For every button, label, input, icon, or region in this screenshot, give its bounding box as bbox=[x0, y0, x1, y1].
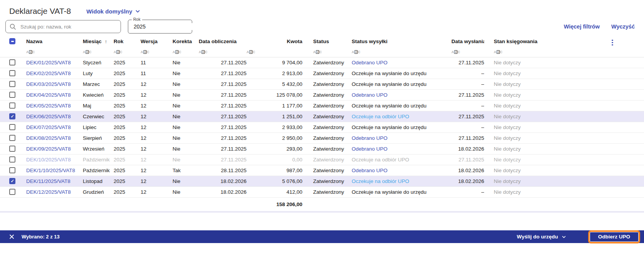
totals-row: 158 206,00 bbox=[0, 197, 644, 211]
clear-filters-link[interactable]: Wyczyść bbox=[611, 23, 635, 30]
declaration-link[interactable]: DEK/09/2025/VAT8 bbox=[26, 146, 71, 152]
column-header-correction[interactable]: Korekta bbox=[173, 36, 199, 46]
declaration-link[interactable]: DEK/06/2025/VAT8 bbox=[26, 114, 71, 119]
column-header-send_status[interactable]: Status wysyłki bbox=[352, 36, 451, 46]
chevron-down-icon bbox=[136, 10, 140, 13]
send-to-office-label: Wyślij do urzędu bbox=[517, 234, 558, 240]
declaration-link[interactable]: DEK/1/10/2025/VAT8 bbox=[26, 168, 75, 173]
row-checkbox[interactable] bbox=[9, 59, 15, 65]
year-filter-field[interactable]: Rok bbox=[128, 20, 192, 34]
search-icon bbox=[10, 23, 16, 30]
clear-selection-button[interactable] bbox=[9, 234, 14, 239]
row-checkbox[interactable] bbox=[9, 135, 15, 141]
text-filter-icon[interactable]: ABC bbox=[247, 50, 255, 54]
table-row[interactable]: DEK/04/2025/VAT8 Kwiecień 2025 12 Nie 27… bbox=[0, 89, 644, 100]
receive-upo-button[interactable]: Odbierz UPO bbox=[590, 232, 639, 242]
row-checkbox[interactable] bbox=[9, 70, 15, 76]
send-to-office-button[interactable]: Wyślij do urzędu bbox=[515, 233, 568, 240]
row-checkbox[interactable] bbox=[9, 178, 15, 184]
column-settings-kebab-icon[interactable] bbox=[609, 39, 615, 47]
cell-status: Zatwierdzony bbox=[313, 135, 344, 141]
row-checkbox[interactable] bbox=[9, 81, 15, 87]
column-header-year[interactable]: Rok bbox=[114, 36, 141, 46]
more-filters-link[interactable]: Więcej filtrów bbox=[564, 23, 600, 30]
column-header-version[interactable]: Wersja bbox=[141, 36, 173, 46]
text-filter-icon[interactable]: ABC bbox=[114, 50, 122, 54]
search-input[interactable] bbox=[20, 23, 117, 30]
cell-status: Zatwierdzony bbox=[313, 70, 344, 76]
text-filter-icon[interactable]: ABC bbox=[26, 50, 35, 54]
text-filter-icon[interactable]: ABC bbox=[313, 50, 322, 54]
table-row[interactable]: DEK/02/2025/VAT8 Luty 2025 11 Nie 27.11.… bbox=[0, 68, 644, 79]
cell-version: 12 bbox=[141, 92, 146, 98]
column-header-status[interactable]: Status bbox=[302, 36, 352, 46]
table-row[interactable]: DEK/12/2025/VAT8 Grudzień 2025 12 Nie 18… bbox=[0, 186, 644, 197]
cell-status: Zatwierdzony bbox=[313, 189, 344, 195]
declaration-link[interactable]: DEK/10/2025/VAT8 bbox=[26, 157, 71, 163]
row-checkbox[interactable] bbox=[9, 124, 15, 130]
table-row[interactable]: DEK/1/10/2025/VAT8 Październik 2025 12 T… bbox=[0, 165, 644, 176]
search-box[interactable] bbox=[5, 20, 121, 33]
cell-year: 2025 bbox=[114, 178, 125, 184]
row-checkbox[interactable] bbox=[9, 113, 15, 119]
table-row[interactable]: DEK/05/2025/VAT8 Maj 2025 12 Nie 27.11.2… bbox=[0, 100, 644, 111]
text-filter-icon[interactable]: ABC bbox=[199, 50, 208, 54]
select-all-checkbox[interactable] bbox=[9, 38, 15, 44]
row-checkbox[interactable] bbox=[9, 189, 15, 195]
declaration-link[interactable]: DEK/07/2025/VAT8 bbox=[26, 124, 71, 130]
table-row[interactable]: DEK/08/2025/VAT8 Sierpień 2025 12 Nie 27… bbox=[0, 133, 644, 143]
cell-sent-date: – bbox=[481, 124, 484, 130]
column-header-name[interactable]: Nazwa bbox=[26, 36, 83, 46]
row-checkbox[interactable] bbox=[9, 167, 15, 173]
row-checkbox[interactable] bbox=[9, 92, 15, 98]
column-label: Nazwa bbox=[26, 39, 42, 44]
text-filter-icon[interactable]: ABC bbox=[352, 50, 361, 54]
table-row[interactable]: DEK/01/2025/VAT8 Styczeń 2025 11 Nie 27.… bbox=[0, 57, 644, 68]
text-filter-icon[interactable]: ABC bbox=[141, 50, 149, 54]
cell-sent-date: – bbox=[481, 70, 484, 76]
column-label: Data obliczenia bbox=[199, 39, 236, 44]
cell-sent-date: 27.11.2025 bbox=[458, 92, 484, 98]
column-header-month[interactable]: Miesiąc↑ bbox=[83, 36, 114, 46]
column-header-sent_date[interactable]: Data wysłania bbox=[451, 36, 484, 46]
view-selector-button[interactable]: Widok domyślny bbox=[86, 8, 140, 15]
cell-booking-state: Nie dotyczy bbox=[494, 168, 521, 173]
declaration-link[interactable]: DEK/08/2025/VAT8 bbox=[26, 135, 71, 141]
cell-version: 12 bbox=[141, 114, 146, 119]
table-row[interactable]: DEK/03/2025/VAT8 Marzec 2025 12 Nie 27.1… bbox=[0, 79, 644, 89]
text-filter-icon[interactable]: ABC bbox=[451, 50, 460, 54]
text-filter-icon[interactable]: ABC bbox=[83, 50, 92, 54]
cell-booking-state: Nie dotyczy bbox=[494, 103, 521, 109]
table-row[interactable]: DEK/11/2025/VAT8 Listopad 2025 12 Nie 18… bbox=[0, 176, 644, 186]
sort-asc-icon: ↑ bbox=[105, 39, 107, 44]
cell-status: Zatwierdzony bbox=[313, 92, 344, 98]
declaration-link[interactable]: DEK/04/2025/VAT8 bbox=[26, 92, 71, 98]
cell-calc-date: 18.02.2026 bbox=[220, 178, 247, 184]
page-title: Deklaracje VAT-8 bbox=[9, 7, 71, 16]
cell-version: 12 bbox=[141, 189, 146, 195]
column-header-calc_date[interactable]: Data obliczenia bbox=[199, 36, 247, 46]
table-row[interactable]: DEK/06/2025/VAT8 Czerwiec 2025 12 Nie 27… bbox=[0, 111, 644, 122]
declaration-link[interactable]: DEK/11/2025/VAT8 bbox=[26, 178, 70, 184]
declaration-link[interactable]: DEK/02/2025/VAT8 bbox=[26, 70, 71, 76]
column-header-amount[interactable]: Kwota bbox=[247, 36, 302, 46]
table-row[interactable]: DEK/07/2025/VAT8 Lipiec 2025 12 Nie 27.1… bbox=[0, 122, 644, 133]
text-filter-icon[interactable]: ABC bbox=[173, 50, 181, 54]
table-row[interactable]: DEK/10/2025/VAT8 Październik 2025 12 Nie… bbox=[0, 154, 644, 165]
column-header-booking_state[interactable]: Stan księgowania bbox=[484, 36, 609, 46]
cell-calc-date: 27.11.2025 bbox=[221, 146, 247, 152]
declaration-link[interactable]: DEK/12/2025/VAT8 bbox=[26, 189, 71, 195]
year-input[interactable] bbox=[133, 23, 204, 30]
cell-year: 2025 bbox=[114, 157, 125, 163]
cell-send-status: Odebrano UPO bbox=[352, 168, 387, 173]
text-filter-icon[interactable]: ABC bbox=[494, 50, 503, 54]
declaration-link[interactable]: DEK/01/2025/VAT8 bbox=[26, 60, 71, 65]
row-checkbox[interactable] bbox=[9, 102, 15, 109]
cell-send-status: Odebrano UPO bbox=[352, 146, 387, 152]
row-checkbox[interactable] bbox=[9, 156, 15, 163]
declaration-link[interactable]: DEK/05/2025/VAT8 bbox=[26, 103, 71, 109]
close-icon bbox=[9, 234, 14, 239]
table-row[interactable]: DEK/09/2025/VAT8 Wrzesień 2025 12 Nie 27… bbox=[0, 143, 644, 154]
row-checkbox[interactable] bbox=[9, 146, 15, 152]
declaration-link[interactable]: DEK/03/2025/VAT8 bbox=[26, 81, 71, 87]
